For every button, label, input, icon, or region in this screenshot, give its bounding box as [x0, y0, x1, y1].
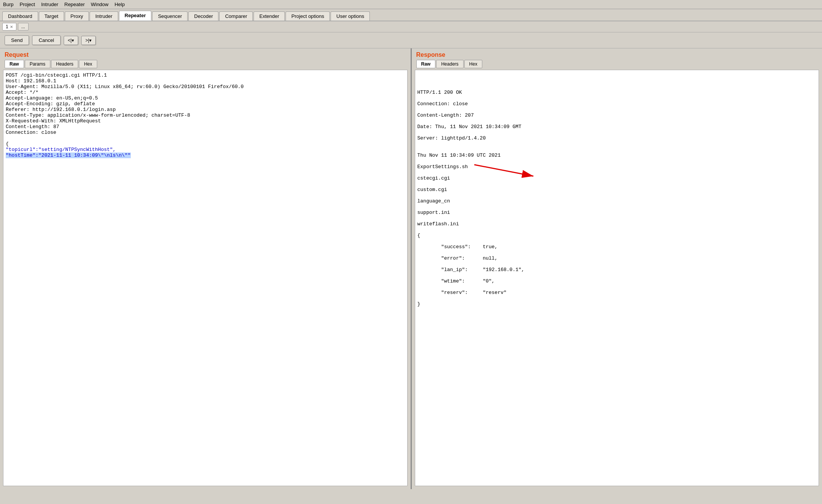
- menubar: Burp Project Intruder Repeater Window He…: [0, 0, 822, 9]
- main-content: Request Raw Params Headers Hex POST /cgi…: [0, 48, 822, 489]
- response-line-16: "error": null,: [417, 255, 498, 261]
- tab-dashboard[interactable]: Dashboard: [2, 11, 38, 21]
- tab-decoder[interactable]: Decoder: [188, 11, 218, 21]
- subtab-1-close[interactable]: ✕: [10, 25, 13, 29]
- response-line-10: custom.cgi: [417, 187, 447, 193]
- response-line-14: {: [417, 233, 421, 238]
- response-tab-raw[interactable]: Raw: [416, 60, 436, 68]
- response-line-5: Server: lighttpd/1.4.20: [417, 135, 486, 141]
- tab-intruder[interactable]: Intruder: [90, 11, 118, 21]
- response-panel: Response Raw Headers Hex HTTP/1.1 200 OK…: [412, 48, 822, 489]
- response-line-1: HTTP/1.1 200 OK: [417, 90, 462, 95]
- response-line-15: "success": true,: [417, 244, 498, 250]
- response-content[interactable]: HTTP/1.1 200 OK Connection: close Conten…: [415, 70, 819, 486]
- response-line-3: Content-Length: 207: [417, 112, 474, 118]
- request-tab-params[interactable]: Params: [25, 60, 50, 68]
- main-tabbar: Dashboard Target Proxy Intruder Repeater…: [0, 9, 822, 21]
- subtab-1-label: 1: [6, 24, 8, 29]
- request-tab-headers[interactable]: Headers: [51, 60, 78, 68]
- subtab-more-label: ...: [21, 24, 25, 29]
- request-tab-raw[interactable]: Raw: [5, 60, 24, 68]
- send-button[interactable]: Send: [5, 35, 29, 45]
- red-arrow-svg: [415, 70, 819, 486]
- response-line-17: "lan_ip": "192.168.0.1",: [417, 267, 525, 273]
- response-line-13: writeflash.ini: [417, 221, 459, 227]
- tab-extender[interactable]: Extender: [254, 11, 285, 21]
- response-line-9: cstecgi.cgi: [417, 175, 450, 181]
- tab-user-options[interactable]: User options: [331, 11, 370, 21]
- forward-button[interactable]: >|▾: [81, 36, 96, 45]
- svg-line-1: [474, 165, 533, 176]
- back-button[interactable]: <|▾: [64, 36, 78, 45]
- menu-intruder[interactable]: Intruder: [41, 2, 58, 7]
- subtab-more[interactable]: ...: [18, 23, 29, 30]
- subtab-1[interactable]: 1 ✕: [2, 23, 16, 30]
- tab-project-options[interactable]: Project options: [286, 11, 330, 21]
- request-tabs: Raw Params Headers Hex: [0, 60, 411, 70]
- subtabbar: 1 ✕ ...: [0, 21, 822, 32]
- menu-burp[interactable]: Burp: [3, 2, 13, 7]
- response-title: Response: [412, 48, 822, 60]
- response-tab-hex[interactable]: Hex: [464, 60, 482, 68]
- tab-sequencer[interactable]: Sequencer: [152, 11, 188, 21]
- back-icon: <|▾: [68, 38, 74, 43]
- cancel-button[interactable]: Cancel: [32, 35, 60, 45]
- menu-window[interactable]: Window: [91, 2, 108, 7]
- response-line-8: ExportSettings.sh: [417, 164, 468, 170]
- request-title: Request: [0, 48, 411, 60]
- tab-proxy[interactable]: Proxy: [65, 11, 89, 21]
- response-line-18: "wtime": "0",: [417, 278, 495, 284]
- response-line-4: Date: Thu, 11 Nov 2021 10:34:09 GMT: [417, 124, 522, 130]
- response-line-12: support.ini: [417, 210, 450, 215]
- request-panel: Request Raw Params Headers Hex POST /cgi…: [0, 48, 412, 489]
- response-line-7: Thu Nov 11 10:34:09 UTC 2021: [417, 152, 501, 158]
- tab-repeater[interactable]: Repeater: [119, 11, 152, 21]
- response-line-2: Connection: close: [417, 101, 468, 107]
- toolbar: Send Cancel <|▾ >|▾: [0, 32, 822, 48]
- response-line-11: language_cn: [417, 198, 450, 204]
- forward-icon: >|▾: [85, 38, 92, 43]
- tab-comparer[interactable]: Comparer: [219, 11, 253, 21]
- response-tabs: Raw Headers Hex: [412, 60, 822, 70]
- response-line-20: }: [417, 301, 421, 307]
- tab-target[interactable]: Target: [39, 11, 64, 21]
- request-content[interactable]: POST /cgi-bin/cstecgi.cgi HTTP/1.1 Host:…: [3, 70, 408, 486]
- menu-project[interactable]: Project: [19, 2, 35, 7]
- response-tab-headers[interactable]: Headers: [436, 60, 463, 68]
- menu-help[interactable]: Help: [114, 2, 125, 7]
- menu-repeater[interactable]: Repeater: [64, 2, 85, 7]
- response-line-19: "reserv": "reserv": [417, 290, 507, 295]
- request-tab-hex[interactable]: Hex: [79, 60, 97, 68]
